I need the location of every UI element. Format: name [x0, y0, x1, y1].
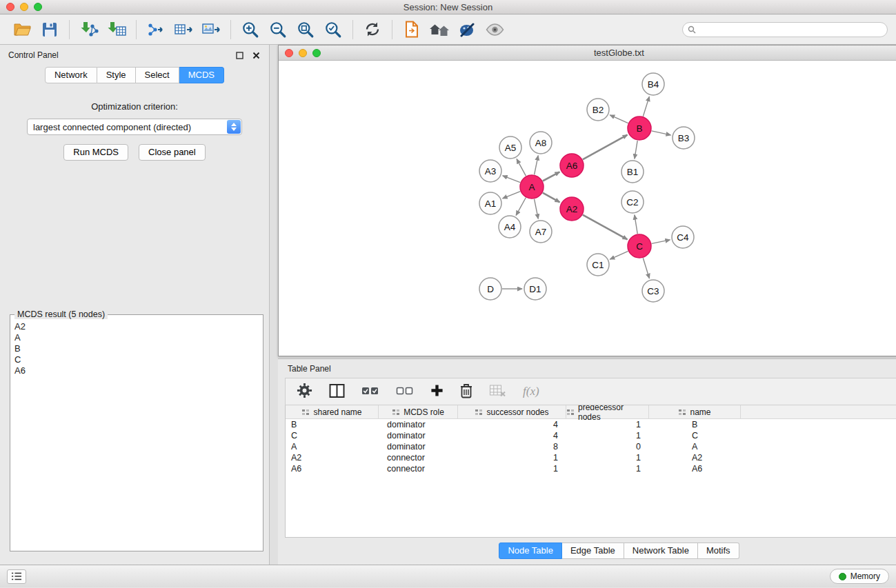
edge-A-A3[interactable]: [503, 176, 520, 183]
edge-A6-B[interactable]: [583, 135, 628, 160]
network-node-A6[interactable]: A6: [560, 154, 584, 177]
network-node-A[interactable]: A: [520, 175, 544, 199]
show-hide-icon[interactable]: [483, 17, 506, 42]
zoom-out-icon[interactable]: [266, 17, 290, 42]
edge-B-B2[interactable]: [610, 115, 628, 123]
maximize-window-icon[interactable]: [34, 3, 42, 11]
edge-C-C3[interactable]: [643, 258, 649, 278]
network-canvas[interactable]: AA1A2A3A4A5A6A7A8BB1B2B3B4CC1C2C3C4DD1: [279, 61, 896, 356]
table-row[interactable]: A2connector11A2: [286, 452, 896, 463]
export-table-icon[interactable]: [172, 17, 195, 42]
float-panel-icon[interactable]: [235, 50, 244, 60]
edge-C-C4[interactable]: [652, 240, 670, 244]
refresh-icon[interactable]: [361, 17, 384, 42]
control-tab-network[interactable]: Network: [45, 67, 97, 83]
mcds-result-item[interactable]: B: [14, 343, 259, 354]
zoom-selected-icon[interactable]: [321, 17, 345, 42]
edge-B-B4[interactable]: [643, 97, 649, 116]
table-row[interactable]: Adominator80A: [286, 441, 896, 452]
edge-A2-C[interactable]: [583, 215, 628, 240]
mcds-result-item[interactable]: A: [14, 332, 259, 343]
close-panel-button[interactable]: Close panel: [139, 144, 206, 161]
network-node-B[interactable]: B: [628, 116, 651, 140]
open-session-icon[interactable]: [10, 17, 34, 42]
table-row[interactable]: Cdominator41C: [286, 430, 896, 441]
minimize-window-icon[interactable]: [20, 3, 28, 11]
edge-A-A6[interactable]: [543, 172, 559, 181]
table-row[interactable]: Bdominator41B: [286, 419, 896, 430]
edge-A-A7[interactable]: [535, 199, 539, 219]
network-node-B3[interactable]: B3: [673, 127, 695, 149]
column-header-shared-name[interactable]: shared name: [286, 405, 379, 418]
edge-A-A1[interactable]: [503, 192, 521, 199]
zoom-in-icon[interactable]: [239, 17, 262, 42]
network-maximize-icon[interactable]: [312, 49, 321, 57]
network-node-A4[interactable]: A4: [499, 216, 521, 238]
network-node-C3[interactable]: C3: [642, 280, 664, 302]
save-session-icon[interactable]: [38, 17, 61, 42]
add-row-icon[interactable]: [430, 384, 444, 399]
delete-icon[interactable]: [460, 383, 472, 401]
zoom-fit-icon[interactable]: [294, 17, 317, 42]
current-document-icon[interactable]: [400, 17, 424, 42]
network-node-B1[interactable]: B1: [621, 161, 644, 183]
columns-icon[interactable]: [329, 384, 345, 400]
select-all-icon[interactable]: [361, 386, 379, 398]
table-row[interactable]: A6connector11A6: [286, 463, 896, 474]
deselect-all-icon[interactable]: [396, 386, 414, 398]
network-node-A8[interactable]: A8: [530, 132, 552, 154]
edge-C-C1[interactable]: [610, 251, 628, 259]
show-panels-button[interactable]: [7, 569, 26, 584]
memory-button[interactable]: Memory: [830, 569, 889, 584]
optimization-dropdown[interactable]: largest connected component (directed): [27, 119, 242, 135]
search-input[interactable]: [699, 25, 882, 34]
network-node-C1[interactable]: C1: [587, 254, 609, 276]
import-network-icon[interactable]: [77, 17, 101, 42]
edge-B-B1[interactable]: [635, 141, 637, 159]
table-tab-edge-table[interactable]: Edge Table: [562, 543, 624, 559]
close-window-icon[interactable]: [6, 3, 14, 11]
network-window-titlebar[interactable]: testGlobe.txt: [279, 45, 896, 61]
edge-A-A8[interactable]: [535, 156, 539, 175]
control-tab-select[interactable]: Select: [136, 67, 179, 83]
mcds-result-item[interactable]: C: [14, 354, 259, 365]
network-node-D[interactable]: D: [479, 278, 501, 300]
network-close-icon[interactable]: [285, 49, 293, 57]
network-node-B4[interactable]: B4: [642, 73, 664, 95]
control-tab-style[interactable]: Style: [97, 67, 136, 83]
edge-A-A5[interactable]: [517, 159, 526, 176]
network-node-A3[interactable]: A3: [479, 160, 501, 182]
mcds-result-item[interactable]: A6: [14, 365, 259, 376]
mcds-result-item[interactable]: A2: [14, 321, 259, 332]
export-network-icon[interactable]: [144, 17, 168, 42]
edge-B-B3[interactable]: [652, 131, 671, 135]
export-image-icon[interactable]: [199, 17, 223, 42]
close-panel-icon[interactable]: [251, 50, 261, 60]
edge-A-A2[interactable]: [543, 193, 560, 203]
column-header-successor-nodes[interactable]: successor nodes: [458, 405, 566, 418]
control-tab-mcds[interactable]: MCDS: [179, 67, 224, 83]
network-node-A5[interactable]: A5: [499, 136, 521, 159]
import-table-icon[interactable]: [105, 17, 128, 42]
column-header-mcds-role[interactable]: MCDS role: [379, 405, 458, 418]
network-node-B2[interactable]: B2: [587, 99, 609, 121]
network-node-C4[interactable]: C4: [672, 226, 694, 248]
table-tab-node-table[interactable]: Node Table: [499, 543, 562, 559]
network-node-A1[interactable]: A1: [479, 192, 501, 214]
network-node-A2[interactable]: A2: [560, 197, 584, 221]
run-mcds-button[interactable]: Run MCDS: [63, 144, 128, 161]
network-node-D1[interactable]: D1: [524, 278, 546, 300]
network-node-C[interactable]: C: [628, 234, 651, 258]
table-tab-network-table[interactable]: Network Table: [624, 543, 698, 559]
style-paint-icon[interactable]: [455, 17, 479, 42]
first-neighbors-icon[interactable]: [428, 17, 451, 42]
column-header-name[interactable]: name: [649, 405, 741, 418]
edge-A-A4[interactable]: [516, 198, 526, 216]
network-node-C2[interactable]: C2: [621, 191, 644, 213]
edge-C-C2[interactable]: [635, 215, 637, 234]
network-minimize-icon[interactable]: [299, 49, 307, 57]
table-tab-motifs[interactable]: Motifs: [698, 543, 739, 559]
column-header-predecessor-nodes[interactable]: predecessor nodes: [566, 405, 649, 418]
network-node-A7[interactable]: A7: [530, 221, 552, 243]
gear-icon[interactable]: [297, 383, 312, 401]
